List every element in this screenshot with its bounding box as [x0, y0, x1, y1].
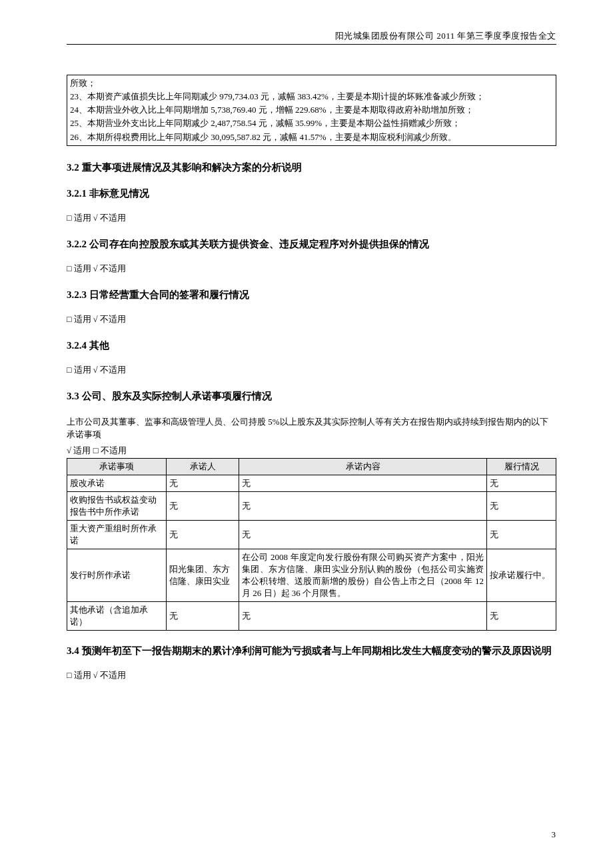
cell: 股改承诺: [67, 475, 167, 492]
section-3-3-intro: 上市公司及其董事、监事和高级管理人员、公司持股 5%以上股东及其实际控制人等有关…: [67, 415, 556, 441]
cell: 在公司 2008 年度定向发行股份有限公司购买资产方案中，阳光集团、东方信隆、康…: [239, 549, 487, 602]
cell: 无: [167, 475, 239, 492]
table-row: 其他承诺（含追加承诺） 无 无 无: [67, 602, 556, 631]
cell: 按承诺履行中。: [487, 549, 556, 602]
commitments-table: 承诺事项 承诺人 承诺内容 履行情况 股改承诺 无 无 无 收购报告书或权益变动…: [67, 458, 556, 631]
applicable-check: □ 适用 √ 不适用: [67, 365, 556, 376]
cell: 发行时所作承诺: [67, 549, 167, 602]
table-row: 重大资产重组时所作承诺 无 无 无: [67, 521, 556, 549]
cell: 无: [239, 492, 487, 521]
notes-box: 所致； 23、本期资产减值损失比上年同期减少 979,734.03 元，减幅 3…: [67, 75, 556, 146]
page-header: 阳光城集团股份有限公司 2011 年第三季度季度报告全文: [67, 30, 556, 45]
heading-3-2-4: 3.2.4 其他: [67, 339, 556, 353]
heading-3-2-1: 3.2.1 非标意见情况: [67, 187, 556, 201]
cell: 阳光集团、东方信隆、康田实业: [167, 549, 239, 602]
box-line: 26、本期所得税费用比上年同期减少 30,095,587.82 元，减幅 41.…: [70, 131, 553, 144]
cell: 无: [487, 492, 556, 521]
heading-3-2-3: 3.2.3 日常经营重大合同的签署和履行情况: [67, 288, 556, 302]
cell: 无: [167, 492, 239, 521]
heading-3-3: 3.3 公司、股东及实际控制人承诺事项履行情况: [67, 389, 556, 403]
page-container: 阳光城集团股份有限公司 2011 年第三季度季度报告全文 所致； 23、本期资产…: [0, 0, 613, 868]
applicable-check: □ 适用 √ 不适用: [67, 263, 556, 275]
cell: 无: [167, 602, 239, 631]
table-row: 股改承诺 无 无 无: [67, 475, 556, 492]
heading-3-2: 3.2 重大事项进展情况及其影响和解决方案的分析说明: [67, 161, 556, 175]
th-status: 履行情况: [487, 459, 556, 475]
heading-3-4: 3.4 预测年初至下一报告期期末的累计净利润可能为亏损或者与上年同期相比发生大幅…: [67, 644, 556, 658]
cell: 无: [487, 602, 556, 631]
box-line: 24、本期营业外收入比上年同期增加 5,738,769.40 元，增幅 229.…: [70, 103, 553, 117]
page-number: 3: [552, 829, 556, 840]
box-line: 所致；: [70, 77, 553, 90]
cell: 无: [239, 475, 487, 492]
th-person: 承诺人: [167, 459, 239, 475]
table-row: 收购报告书或权益变动报告书中所作承诺 无 无 无: [67, 492, 556, 521]
box-line: 25、本期营业外支出比上年同期减少 2,487,758.54 元，减幅 35.9…: [70, 117, 553, 130]
cell: 无: [487, 475, 556, 492]
applicable-check: □ 适用 √ 不适用: [67, 314, 556, 325]
applicable-check: √ 适用 □ 不适用: [67, 444, 556, 457]
cell: 其他承诺（含追加承诺）: [67, 602, 167, 631]
table-header-row: 承诺事项 承诺人 承诺内容 履行情况: [67, 459, 556, 475]
th-item: 承诺事项: [67, 459, 167, 475]
th-content: 承诺内容: [239, 459, 487, 475]
heading-3-2-2: 3.2.2 公司存在向控股股东或其关联方提供资金、违反规定程序对外提供担保的情况: [67, 237, 556, 251]
cell: 无: [239, 521, 487, 549]
cell: 重大资产重组时所作承诺: [67, 521, 167, 549]
box-line: 23、本期资产减值损失比上年同期减少 979,734.03 元，减幅 383.4…: [70, 90, 553, 103]
applicable-check: □ 适用 √ 不适用: [67, 670, 556, 681]
applicable-check: □ 适用 √ 不适用: [67, 213, 556, 224]
cell: 无: [487, 521, 556, 549]
cell: 无: [167, 521, 239, 549]
table-row: 发行时所作承诺 阳光集团、东方信隆、康田实业 在公司 2008 年度定向发行股份…: [67, 549, 556, 602]
cell: 无: [239, 602, 487, 631]
cell: 收购报告书或权益变动报告书中所作承诺: [67, 492, 167, 521]
